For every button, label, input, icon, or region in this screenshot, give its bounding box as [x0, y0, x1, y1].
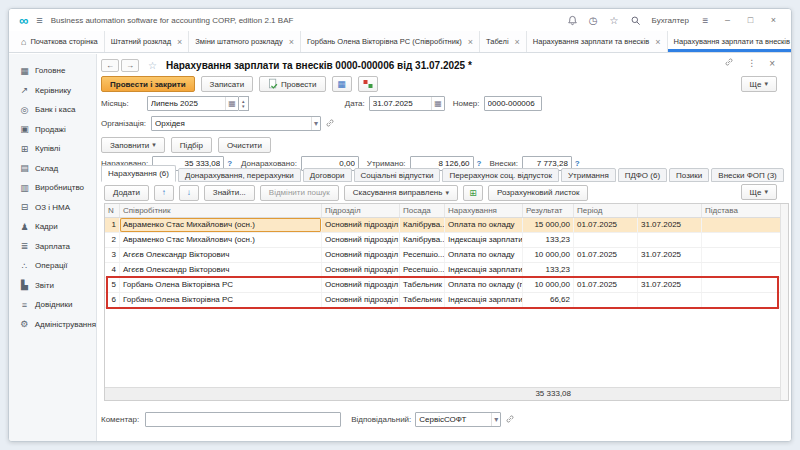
toolbar-more-button[interactable]: Ще ▾	[741, 76, 777, 92]
window-tab[interactable]: Нарахування зарплати та внесків 0000-000…	[668, 31, 791, 52]
window-tab[interactable]: Горбань Олена Вікторівна РС (Співробітни…	[301, 31, 480, 52]
table-more-button[interactable]: Ще ▾	[741, 184, 777, 200]
move-down-button[interactable]: ↓	[179, 185, 199, 201]
table-row[interactable]: 4 Агєєв Олександр Вікторович Основний пі…	[105, 263, 788, 278]
minimize-button[interactable]: –	[720, 15, 735, 25]
page-tab[interactable]: Внески ФОП (3)	[711, 168, 783, 182]
table-vertical-scrollbar[interactable]	[780, 204, 788, 400]
post-button[interactable]: Провести	[259, 76, 325, 92]
month-field[interactable]: ▦	[147, 96, 239, 111]
close-window-button[interactable]: ×	[766, 15, 781, 25]
month-stepper[interactable]: ▴▾	[239, 96, 249, 111]
page-tab[interactable]: Нарахування (6)	[101, 165, 176, 182]
column-header[interactable]	[638, 204, 702, 217]
window-tab[interactable]: Нарахування зарплати та внесків ×	[527, 31, 668, 52]
window-tab[interactable]: ⌂ Початкова сторінка	[15, 31, 105, 52]
pick-button[interactable]: Підбір	[171, 137, 212, 153]
undo-corrections-button[interactable]: Скасування виправлень ▾	[344, 185, 458, 201]
structure-icon-button[interactable]: ▦	[332, 76, 352, 92]
add-row-button[interactable]: Додати	[104, 185, 149, 201]
month-input[interactable]	[148, 97, 225, 110]
sidebar-item[interactable]: ▙ Звіти	[9, 276, 96, 296]
sidebar-item[interactable]: ♟ Кадри	[9, 217, 96, 237]
sidebar-item[interactable]: ≣ Зарплата	[9, 237, 96, 257]
column-header[interactable]: N	[105, 204, 120, 217]
table-row[interactable]: 3 Агєєв Олександр Вікторович Основний пі…	[105, 248, 788, 263]
save-button[interactable]: Записати	[201, 76, 254, 92]
sidebar-item[interactable]: ⊟ ОЗ і НМА	[9, 198, 96, 218]
column-header[interactable]: Період	[574, 204, 638, 217]
page-tab[interactable]: Договори	[303, 168, 352, 182]
sidebar-item[interactable]: ▥ Виробництво	[9, 178, 96, 198]
maximize-button[interactable]: □	[743, 15, 758, 25]
comment-input[interactable]	[146, 413, 340, 426]
date-input[interactable]	[370, 97, 431, 110]
window-tab[interactable]: Табелі ×	[480, 31, 527, 52]
fill-button[interactable]: Заповнити ▾	[101, 137, 165, 153]
sidebar-item[interactable]: ▣ Продажі	[9, 120, 96, 140]
back-button[interactable]: ←	[101, 59, 119, 72]
move-up-button[interactable]: ↑	[154, 185, 174, 201]
chevron-down-icon[interactable]: ▾	[311, 117, 320, 130]
main-menu-icon[interactable]: ≡	[36, 14, 42, 26]
tab-close-icon[interactable]: ×	[468, 37, 473, 47]
clear-button[interactable]: Очистити	[218, 137, 271, 153]
sidebar-item[interactable]: ▦ Головне	[9, 61, 96, 81]
table-row[interactable]: 2 Авраменко Стас Михайлович (осн.) Основ…	[105, 233, 788, 248]
sidebar-item[interactable]: ◎ Банк і каса	[9, 100, 96, 120]
get-link-icon[interactable]	[724, 57, 734, 69]
column-header[interactable]: Результат	[523, 204, 574, 217]
history-icon[interactable]: ◷	[587, 14, 600, 27]
column-header[interactable]: Співробітник	[120, 204, 322, 217]
favorites-star-icon[interactable]: ☆	[608, 14, 621, 27]
find-button[interactable]: Знайти...	[204, 185, 255, 201]
post-and-close-button[interactable]: Провести і закрити	[101, 76, 195, 92]
tab-close-icon[interactable]: ×	[177, 37, 182, 47]
service-menu-icon[interactable]: ≡	[699, 14, 712, 27]
chevron-down-icon[interactable]: ▾	[491, 413, 500, 426]
sidebar-item[interactable]: ∴ Операції	[9, 256, 96, 276]
comment-field[interactable]	[145, 412, 341, 427]
column-header[interactable]: Посада	[400, 204, 445, 217]
tab-close-icon[interactable]: ×	[655, 37, 660, 47]
calendar-icon[interactable]: ▦	[431, 97, 444, 110]
close-document-icon[interactable]: ×	[769, 58, 775, 69]
responsible-input[interactable]	[416, 413, 491, 426]
calendar-icon[interactable]: ▦	[225, 97, 238, 110]
more-options-icon[interactable]: ⋮	[747, 58, 756, 68]
table-row[interactable]: 5 Горбань Олена Вікторівна РС Основний п…	[105, 278, 788, 293]
organization-input[interactable]	[152, 117, 311, 130]
page-tab[interactable]: Соціальні відпустки	[354, 168, 441, 182]
tab-close-icon[interactable]: ×	[289, 37, 294, 47]
column-header[interactable]: Нарахування	[445, 204, 523, 217]
forward-button[interactable]: →	[121, 59, 139, 72]
page-tab[interactable]: ПДФО (6)	[618, 168, 667, 182]
column-header[interactable]: Підрозділ	[322, 204, 400, 217]
tab-close-icon[interactable]: ×	[515, 37, 520, 47]
sidebar-item[interactable]: ▤ Склад	[9, 159, 96, 179]
organization-field[interactable]: ▾	[151, 116, 321, 131]
page-tab[interactable]: Перерахунок соц. відпусток	[442, 168, 559, 182]
number-field[interactable]	[484, 96, 542, 111]
table-row[interactable]: 6 Горбань Олена Вікторівна РС Основний п…	[105, 293, 788, 308]
sidebar-item[interactable]: ⊞ Купівлі	[9, 139, 96, 159]
responsible-link-icon[interactable]	[505, 414, 515, 426]
search-icon[interactable]	[629, 14, 642, 27]
date-field[interactable]: ▦	[369, 96, 445, 111]
postings-dtkt-icon-button[interactable]	[358, 76, 378, 92]
sidebar-item[interactable]: ↗ Керівнику	[9, 81, 96, 101]
window-tab[interactable]: Зміни штатного розкладу ×	[189, 31, 301, 52]
organization-link-icon[interactable]	[325, 118, 335, 130]
favorite-star-icon[interactable]: ☆	[148, 60, 157, 71]
cancel-search-button[interactable]: Відмінити пошук	[260, 185, 339, 201]
table-row[interactable]: 1 Авраменко Стас Михайлович (осн.) Основ…	[105, 218, 788, 233]
page-tab[interactable]: Утримання	[561, 168, 616, 182]
number-input[interactable]	[485, 97, 541, 110]
responsible-field[interactable]: ▾	[415, 412, 501, 427]
page-tab[interactable]: Позики	[669, 168, 709, 182]
sidebar-item[interactable]: ⚙ Адміністрування	[9, 315, 96, 335]
notifications-bell-icon[interactable]	[566, 14, 579, 27]
payslip-button[interactable]: Розрахунковий листок	[488, 185, 588, 201]
column-header[interactable]: Підстава	[702, 204, 788, 217]
sidebar-item[interactable]: ≡ Довідники	[9, 295, 96, 315]
